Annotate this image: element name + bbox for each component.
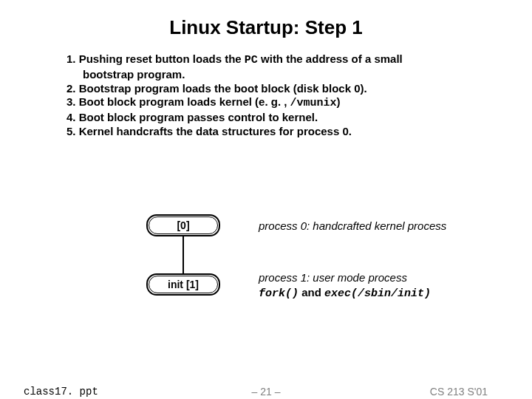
- step-1-text-b: with the address of a small: [258, 52, 403, 65]
- step-5: 5. Kernel handcrafts the data structures…: [66, 125, 488, 139]
- desc-process-1: process 1: user mode process fork() and …: [259, 270, 431, 301]
- step-3: 3. Boot block program loads kernel (e. g…: [66, 95, 488, 111]
- desc-fork: fork(): [259, 287, 299, 300]
- slide-title: Linux Startup: Step 1: [0, 0, 532, 52]
- node-process-1: init [1]: [146, 273, 220, 296]
- desc-process-1-line2: fork() and exec(/sbin/init): [259, 285, 431, 301]
- desc-and: and: [299, 286, 324, 299]
- step-1: 1. Pushing reset button loads the PC wit…: [66, 52, 488, 68]
- desc-exec: exec(/sbin/init): [324, 287, 431, 300]
- connector-0-1: [183, 236, 184, 273]
- steps-list: 1. Pushing reset button loads the PC wit…: [0, 52, 532, 139]
- desc-process-0: process 0: handcrafted kernel process: [259, 219, 446, 233]
- step-3-text-b: ): [337, 95, 341, 108]
- step-2: 2. Bootstrap program loads the boot bloc…: [66, 82, 488, 96]
- node-process-0: [0]: [146, 214, 220, 236]
- step-3-text-a: 3. Boot block program loads kernel (e. g…: [66, 95, 290, 108]
- step-1-cont: bootstrap program.: [66, 68, 488, 82]
- step-1-pc: PC: [245, 54, 258, 66]
- footer-course: CS 213 S'01: [430, 386, 488, 398]
- step-4: 4. Boot block program passes control to …: [66, 111, 488, 125]
- step-3-vmunix: /vmunix: [290, 97, 337, 109]
- desc-process-1-line1: process 1: user mode process: [259, 270, 431, 285]
- step-1-text-a: 1. Pushing reset button loads the: [66, 52, 245, 65]
